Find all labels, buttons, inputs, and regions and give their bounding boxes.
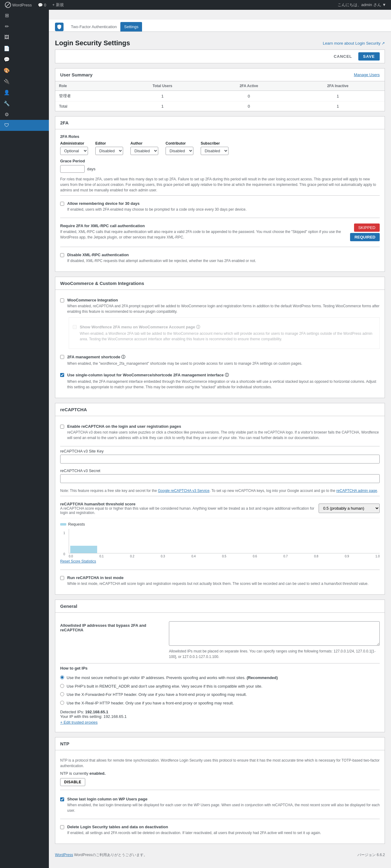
wp-logo-icon bbox=[5, 2, 11, 8]
allow-remember-desc: If enabled, users with 2FA enabled may c… bbox=[67, 207, 380, 212]
woo-single-column-checkbox[interactable] bbox=[60, 373, 64, 377]
chart-bars bbox=[69, 529, 380, 553]
detected-ips-value: 192.168.65.1 bbox=[85, 710, 108, 714]
grace-period-input[interactable]: 10 bbox=[60, 165, 85, 173]
new-post-item[interactable]: + 新規 bbox=[50, 0, 66, 10]
general-title: General bbox=[55, 600, 385, 613]
user-summary-table: Role Total Users 2FA Active 2FA Inactive… bbox=[55, 81, 385, 111]
comment-count-item[interactable]: 💬 0 bbox=[35, 0, 48, 10]
user-summary-title: User Summary bbox=[60, 72, 93, 78]
ntp-disable-button[interactable]: DISABLE bbox=[60, 778, 85, 786]
sidebar-item-posts[interactable]: ✏ bbox=[0, 21, 49, 32]
tab-two-factor[interactable]: Two-Factor Authentication bbox=[67, 22, 120, 31]
comments-icon: 💬 bbox=[4, 56, 10, 62]
recaptcha-admin-link[interactable]: reCAPTCHA admin page bbox=[336, 489, 377, 493]
test-mode-title: Run reCAPTCHA in test mode bbox=[67, 576, 380, 580]
recaptcha-enable-checkbox[interactable] bbox=[60, 425, 64, 429]
xmlrpc-skipped-button[interactable]: SKIPPED bbox=[354, 223, 380, 232]
sidebar-item-media[interactable]: 🖼 bbox=[0, 32, 49, 43]
wordpress-link[interactable]: WordPress bbox=[55, 853, 73, 857]
cancel-button[interactable]: CANCEL bbox=[330, 52, 356, 61]
y-max: 1 bbox=[60, 531, 65, 535]
test-mode-checkbox[interactable] bbox=[60, 576, 64, 580]
radio-remote-addr-input[interactable] bbox=[60, 684, 64, 688]
woo-shortcode-title: 2FA management shortcode ⓘ bbox=[67, 354, 380, 360]
role-subscriber-select[interactable]: Optional Disabled Required bbox=[201, 147, 228, 155]
y-axis: 1 0 bbox=[60, 531, 66, 556]
role-administrator-select[interactable]: Optional Disabled Required bbox=[60, 147, 88, 155]
sidebar-item-plugins[interactable]: 🔌 bbox=[0, 76, 49, 87]
site-key-group: reCAPTCHA v3 Site Key bbox=[60, 449, 380, 465]
sidebar-item-comments[interactable]: 💬 bbox=[0, 54, 49, 65]
ntp-title: NTP bbox=[55, 738, 385, 750]
role-contributor-select[interactable]: Optional Disabled Required bbox=[166, 147, 193, 155]
role-author-label: Author bbox=[130, 141, 158, 146]
woo-integration-item: WooCommerce Integration When enabled, re… bbox=[60, 295, 380, 317]
plugins-icon: 🔌 bbox=[4, 78, 10, 84]
sidebar-item-appearance[interactable]: 🎨 bbox=[0, 65, 49, 76]
allow-remember-checkbox[interactable] bbox=[60, 202, 64, 206]
edit-trusted-proxies-link[interactable]: + Edit trusted proxies bbox=[60, 720, 380, 724]
show-last-login-checkbox[interactable] bbox=[60, 797, 64, 801]
fa-roles: Administrator Optional Disabled Required… bbox=[60, 141, 380, 155]
radio-x-forwarded-input[interactable] bbox=[60, 692, 64, 696]
learn-more-link[interactable]: Learn more about Login Security ↗ bbox=[323, 41, 385, 45]
sidebar-item-security[interactable]: 🛡 bbox=[0, 120, 49, 131]
settings-icon: ⚙ bbox=[4, 111, 10, 117]
row-inactive-1: 1 bbox=[291, 101, 385, 111]
x-5: 0.5 bbox=[222, 555, 226, 558]
role-author-select[interactable]: Optional Disabled Required bbox=[130, 147, 158, 155]
radio-most-secure-label: Use the most secure method to get visito… bbox=[67, 675, 278, 681]
role-subscriber-label: Subscriber bbox=[201, 141, 228, 146]
allowlist-textarea[interactable] bbox=[169, 621, 380, 646]
recaptcha-title: reCAPTCHA bbox=[55, 403, 385, 416]
woo-shortcode-item: 2FA management shortcode ⓘ When enabled,… bbox=[60, 351, 380, 369]
chart-legend: Requests bbox=[60, 522, 380, 526]
xmlrpc-required-button[interactable]: REQUIRED bbox=[350, 233, 380, 241]
secret-input[interactable] bbox=[60, 474, 380, 483]
main-content: Two-Factor Authentication Settings Login… bbox=[49, 20, 391, 867]
woo-single-column-desc: When enabled, the 2FA management interfa… bbox=[67, 379, 380, 390]
threshold-title: reCAPTCHA human/bot threshold score bbox=[60, 502, 319, 506]
xmlrpc-require-desc: If enabled, XML-RPC calls that require a… bbox=[60, 229, 345, 240]
save-button[interactable]: SAVE bbox=[358, 52, 380, 61]
recaptcha-enable-desc: reCAPTCHA v3 does not make users solve p… bbox=[67, 430, 380, 441]
grace-period-label: Grace Period bbox=[60, 159, 380, 163]
ip-setting-label: Your IP with this setting: bbox=[60, 714, 102, 719]
x-7: 0.7 bbox=[284, 555, 288, 558]
sidebar-item-users[interactable]: 👤 bbox=[0, 87, 49, 98]
delete-tables-checkbox[interactable] bbox=[60, 825, 64, 829]
bar-0 bbox=[70, 546, 97, 553]
sidebar-item-settings[interactable]: ⚙ bbox=[0, 109, 49, 120]
reset-stats-link[interactable]: Reset Score Statistics bbox=[60, 559, 380, 563]
footer-thanks-text: WordPressのご利用ありがとうございます。 bbox=[74, 853, 147, 857]
manage-users-link[interactable]: Manage Users bbox=[354, 72, 380, 77]
radio-most-secure-input[interactable] bbox=[60, 675, 64, 679]
sidebar-item-dashboard[interactable]: ⊞ bbox=[0, 10, 49, 21]
secret-group: reCAPTCHA v3 Secret bbox=[60, 468, 380, 484]
role-editor-select[interactable]: Optional Disabled Required bbox=[95, 147, 123, 155]
threshold-select[interactable]: 0.1 (most bots) 0.2 0.3 0.4 0.5 (probabl… bbox=[319, 503, 380, 513]
disable-xmlrpc-checkbox[interactable] bbox=[60, 253, 64, 257]
woo-shortcode-desc: When enabled, the "wordfence_2fa_managem… bbox=[67, 361, 380, 366]
ntp-description: NTP is a protocol that allows for remote… bbox=[60, 757, 380, 769]
general-section: General Allowlisted IP addresses that by… bbox=[55, 599, 385, 732]
radio-x-real-ip-input[interactable] bbox=[60, 701, 64, 705]
role-subscriber: Subscriber Optional Disabled Required bbox=[201, 141, 228, 155]
row-inactive-0: 1 bbox=[291, 91, 385, 101]
user-greeting[interactable]: こんにちは、admin さん ▼ bbox=[335, 0, 389, 10]
sidebar-item-pages[interactable]: 📄 bbox=[0, 43, 49, 54]
wp-logo-item[interactable]: WordPress bbox=[2, 0, 34, 10]
tab-settings[interactable]: Settings bbox=[120, 22, 142, 31]
google-service-link[interactable]: Google reCAPTCHA v3 Service bbox=[158, 489, 209, 493]
site-key-label: reCAPTCHA v3 Site Key bbox=[60, 449, 380, 454]
site-key-input[interactable] bbox=[60, 455, 380, 464]
woo-show-menu-checkbox[interactable] bbox=[73, 325, 77, 329]
col-2fa-active: 2FA Active bbox=[206, 81, 291, 91]
security-icon: 🛡 bbox=[4, 122, 10, 128]
woo-integration-checkbox[interactable] bbox=[60, 299, 64, 302]
sidebar-item-tools[interactable]: 🔧 bbox=[0, 98, 49, 109]
xmlrpc-require-title: Require 2FA for XML-RPC call authenticat… bbox=[60, 223, 345, 228]
woo-shortcode-checkbox[interactable] bbox=[60, 355, 64, 359]
x-8: 0.8 bbox=[314, 555, 318, 558]
